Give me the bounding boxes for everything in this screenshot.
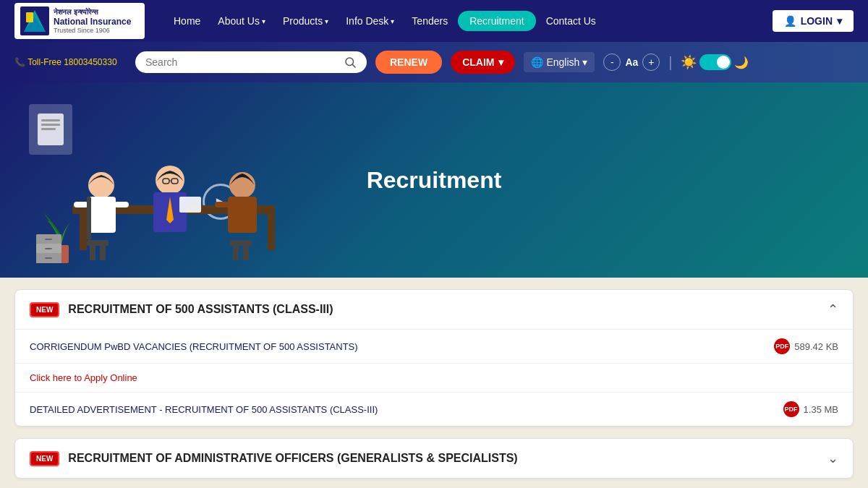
svg-rect-30 [90, 246, 95, 260]
pdf-icon-1-3: PDF [783, 401, 799, 417]
accordion-row-label-1-3[interactable]: DETAILED ADVERTISEMENT - RECRUITMENT OF … [30, 404, 378, 415]
accessibility-controls: - Aa + [603, 53, 660, 71]
login-button[interactable]: 👤 LOGIN ▾ [773, 10, 854, 32]
font-size-label: Aa [625, 56, 638, 68]
nav-contact[interactable]: Contact Us [539, 11, 603, 31]
svg-rect-31 [100, 246, 106, 260]
phone-icon: 📞 [14, 57, 25, 67]
claim-label: CLAIM [462, 56, 494, 68]
svg-rect-29 [87, 240, 109, 246]
nav-home[interactable]: Home [166, 11, 208, 31]
logo-text: नेशनल इन्श्योरेन्स National Insurance Tr… [54, 8, 131, 34]
svg-rect-32 [87, 197, 91, 240]
logo-trusted: Trusted Since 1906 [54, 27, 131, 34]
top-nav: नेशनल इन्श्योरेन्स National Insurance Tr… [0, 0, 868, 42]
utility-bar: 📞 Toll-Free 18003450330 RENEW CLAIM ▾ 🌐 … [0, 42, 868, 82]
font-increase-button[interactable]: + [642, 53, 660, 71]
svg-rect-11 [80, 214, 87, 250]
accordion-row-1-2: Click here to Apply Online [15, 364, 853, 393]
user-icon: 👤 [784, 15, 796, 27]
accordion-header-left-1: NEW RECRUITMENT OF 500 ASSISTANTS (CLASS… [30, 302, 333, 317]
svg-rect-25 [179, 197, 201, 213]
accordion-row-label-1-2[interactable]: Click here to Apply Online [30, 372, 137, 383]
svg-point-4 [346, 58, 354, 66]
svg-rect-43 [45, 257, 52, 259]
font-decrease-button[interactable]: - [603, 53, 621, 71]
logo: नेशनल इन्श्योरेन्स National Insurance Tr… [14, 3, 145, 39]
accordion-chevron-2: ⌄ [827, 450, 838, 466]
nav-products[interactable]: Products ▾ [276, 11, 336, 31]
products-chevron: ▾ [325, 17, 328, 25]
svg-rect-3 [26, 12, 33, 22]
globe-icon: 🌐 [531, 56, 543, 68]
toll-free-section: 📞 Toll-Free 18003450330 [14, 57, 127, 67]
svg-rect-27 [228, 197, 257, 233]
hero-illustration [14, 133, 326, 278]
search-input[interactable] [145, 56, 344, 68]
toggle-thumb [717, 56, 730, 69]
accordion-header-1[interactable]: NEW RECRUITMENT OF 500 ASSISTANTS (CLASS… [15, 290, 853, 329]
accordion-row-1-3: DETAILED ADVERTISEMENT - RECRUITMENT OF … [15, 393, 853, 426]
accordion-header-2[interactable]: NEW RECRUITMENT OF ADMINISTRATIVE OFFICE… [15, 439, 853, 478]
renew-button[interactable]: RENEW [375, 51, 442, 74]
nav-tenders[interactable]: Tenders [404, 11, 455, 31]
file-info-1-3: PDF 1.35 MB [783, 401, 838, 417]
main-nav: Home About Us ▾ Products ▾ Info Desk ▾ T… [166, 11, 765, 31]
svg-rect-34 [233, 246, 239, 260]
login-label: LOGIN [801, 15, 833, 27]
accordion-row-label-1-1[interactable]: CORRIGENDUM PwBD VACANCIES (RECRUITMENT … [30, 341, 358, 352]
accordion-item-2: NEW RECRUITMENT OF ADMINISTRATIVE OFFICE… [14, 438, 854, 479]
divider: | [668, 54, 672, 71]
nav-infodesk[interactable]: Info Desk ▾ [339, 11, 401, 31]
accordion-title-1: RECRUITMENT OF 500 ASSISTANTS (CLASS-III… [68, 303, 333, 316]
hero-title: Recruitment [367, 167, 502, 194]
search-container [135, 51, 367, 73]
svg-rect-9 [41, 128, 56, 130]
lang-chevron: ▾ [582, 56, 587, 68]
sun-icon: ☀️ [681, 54, 697, 70]
accordion-item-1: NEW RECRUITMENT OF 500 ASSISTANTS (CLASS… [14, 289, 854, 427]
accordion-header-left-2: NEW RECRUITMENT OF ADMINISTRATIVE OFFICE… [30, 451, 518, 466]
svg-rect-41 [45, 239, 52, 240]
pdf-icon-1-1: PDF [774, 338, 790, 354]
claim-chevron: ▾ [498, 56, 503, 68]
new-badge-2: NEW [30, 451, 59, 466]
content-area: NEW RECRUITMENT OF 500 ASSISTANTS (CLASS… [0, 278, 868, 488]
svg-rect-12 [268, 214, 275, 250]
about-chevron: ▾ [262, 17, 265, 25]
nav-about[interactable]: About Us ▾ [210, 11, 273, 31]
theme-toggle[interactable] [699, 54, 731, 70]
logo-english: National Insurance [54, 17, 131, 27]
logo-hindi: नेशनल इन्श्योरेन्स [54, 8, 131, 17]
accordion-title-2: RECRUITMENT OF ADMINISTRATIVE OFFICERS (… [68, 452, 517, 465]
svg-rect-42 [45, 248, 52, 249]
svg-rect-35 [243, 246, 249, 260]
accordion-body-1: CORRIGENDUM PwBD VACANCIES (RECRUITMENT … [15, 329, 853, 426]
language-label: English [546, 56, 579, 68]
infodesk-chevron: ▾ [391, 17, 394, 25]
login-chevron: ▾ [837, 15, 842, 27]
svg-rect-15 [74, 202, 88, 207]
nav-recruitment[interactable]: Recruitment [458, 11, 535, 31]
svg-rect-7 [41, 119, 60, 121]
new-badge-1: NEW [30, 302, 59, 317]
moon-icon: 🌙 [734, 56, 749, 69]
file-info-1-1: PDF 589.42 KB [774, 338, 838, 354]
search-icon [344, 56, 357, 69]
hero-section: ► Recruitment [0, 82, 868, 278]
svg-rect-33 [230, 240, 252, 246]
svg-rect-20 [156, 198, 166, 204]
search-button[interactable] [344, 56, 357, 69]
claim-button[interactable]: CLAIM ▾ [451, 51, 515, 74]
svg-point-17 [156, 166, 184, 194]
svg-line-5 [352, 64, 355, 67]
file-size-1-1: 589.42 KB [794, 341, 838, 352]
file-size-1-3: 1.35 MB [804, 404, 838, 415]
svg-rect-16 [114, 202, 129, 207]
theme-toggle-container: ☀️ 🌙 [681, 54, 749, 70]
logo-icon [20, 7, 49, 35]
accordion-chevron-1: ⌃ [827, 301, 838, 317]
toll-free-label: Toll-Free [27, 57, 61, 67]
accordion-row-1-1: CORRIGENDUM PwBD VACANCIES (RECRUITMENT … [15, 330, 853, 364]
language-selector[interactable]: 🌐 English ▾ [524, 52, 595, 72]
